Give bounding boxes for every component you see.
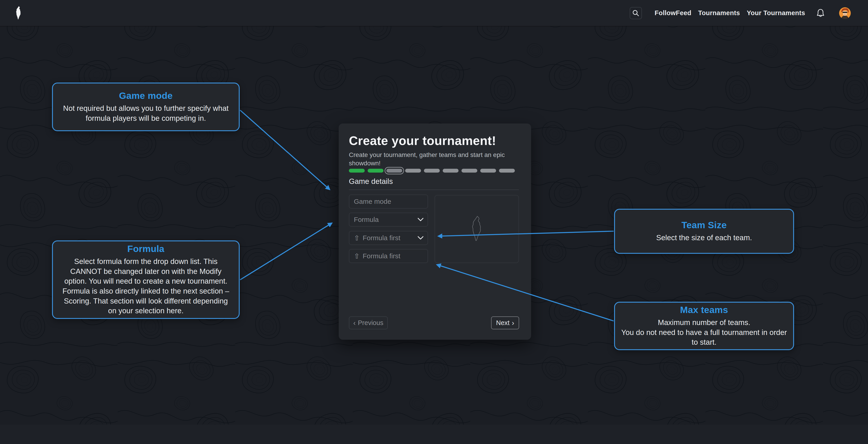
map-preview-panel (435, 195, 519, 263)
search-icon (632, 9, 640, 17)
modal-title: Create your tournament! (349, 134, 496, 148)
callout-body: Maximum number of teams. (620, 318, 788, 327)
section-heading: Game details (349, 177, 393, 186)
field-label: Formula first (363, 252, 400, 260)
callout-body: Select formula form the drop down list. … (61, 257, 231, 316)
previous-button[interactable]: ‹ Previous (349, 317, 388, 329)
user-avatar[interactable] (839, 7, 851, 19)
search-button[interactable] (630, 7, 642, 19)
callout-max-teams: Max teams Maximum number of teams. You d… (614, 302, 794, 350)
nav-link-followfeed[interactable]: FollowFeed (655, 9, 691, 17)
chevron-down-icon (417, 218, 424, 221)
create-tournament-modal: Create your tournament! Create your tour… (339, 123, 531, 340)
next-label: Next (496, 319, 509, 327)
progress-step-4 (405, 169, 421, 173)
max-teams-input[interactable]: ⇧ Formula first (349, 249, 428, 263)
callout-title: Game mode (119, 90, 173, 101)
bell-icon (816, 8, 825, 18)
callout-team-size: Team Size Select the size of each team. (614, 209, 794, 254)
callout-title: Team Size (681, 220, 727, 231)
field-label: Game mode (354, 198, 391, 205)
callout-game-mode: Game mode Not required but allows you to… (52, 83, 240, 131)
island-logo-icon (14, 6, 23, 20)
progress-step-1 (349, 169, 365, 173)
progress-step-2 (368, 169, 383, 173)
section-divider (349, 189, 519, 190)
nav-link-your-tournaments[interactable]: Your Tournaments (747, 9, 805, 17)
callout-body: You do not need to have a full tournamen… (620, 327, 788, 347)
callout-body: Select the size of each team. (656, 233, 752, 243)
callout-title: Max teams (680, 305, 728, 315)
progress-step-8 (480, 169, 496, 173)
team-size-select[interactable]: ⇧ Formula first (349, 231, 428, 245)
field-label: Formula first (363, 234, 400, 242)
previous-label: Previous (358, 319, 383, 327)
progress-step-6 (443, 169, 459, 173)
app-logo[interactable] (14, 6, 23, 20)
next-button[interactable]: Next › (491, 317, 519, 329)
nav-links: FollowFeed Tournaments Your Tournaments (655, 9, 805, 17)
callout-formula: Formula Select formula form the drop dow… (52, 240, 240, 319)
avatar-image (839, 7, 851, 19)
shift-arrow-icon: ⇧ (354, 235, 360, 242)
chevron-down-icon (417, 236, 424, 240)
progress-step-5 (424, 169, 440, 173)
navbar: FollowFeed Tournaments Your Tournaments (0, 0, 868, 26)
progress-steps (349, 169, 515, 173)
island-outline-icon (470, 216, 484, 242)
progress-step-3 (386, 169, 402, 173)
progress-step-7 (462, 169, 477, 173)
chevron-left-icon: ‹ (353, 319, 355, 326)
shift-arrow-icon: ⇧ (354, 253, 360, 260)
nav-link-tournaments[interactable]: Tournaments (698, 9, 740, 17)
game-mode-input[interactable]: Game mode (349, 195, 428, 209)
formula-select[interactable]: Formula (349, 213, 428, 227)
modal-subtitle: Create your tournament, gather teams and… (349, 151, 507, 167)
field-label: Formula (354, 216, 379, 224)
navbar-actions: FollowFeed Tournaments Your Tournaments (630, 7, 868, 19)
callout-body: Not required but allows you to further s… (62, 103, 230, 123)
footer-strip (0, 424, 868, 444)
page: FollowFeed Tournaments Your Tournaments (0, 0, 868, 444)
progress-step-9 (499, 169, 515, 173)
notifications-button[interactable] (816, 8, 825, 18)
chevron-right-icon: › (512, 319, 514, 326)
callout-title: Formula (127, 244, 164, 254)
